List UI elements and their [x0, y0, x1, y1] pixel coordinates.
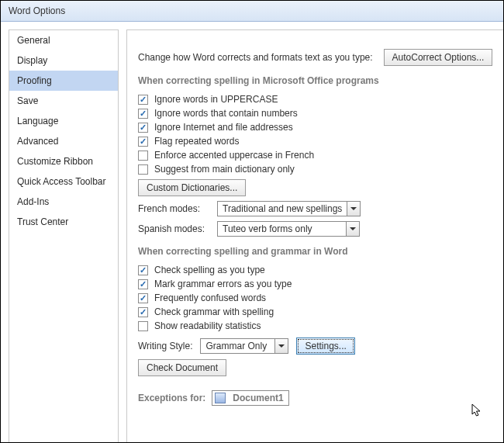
cb-ignore-internet-label: Ignore Internet and file addresses — [154, 122, 293, 133]
spanish-modes-value: Tuteo verb forms only — [218, 223, 346, 234]
exceptions-doc-value: Document1 — [228, 393, 288, 403]
check-document-button[interactable]: Check Document — [138, 359, 226, 376]
dropdown-arrow-icon — [346, 222, 359, 236]
writing-style-row: Writing Style: Grammar Only Settings... — [138, 337, 494, 355]
exceptions-label: Exceptions for: — [138, 393, 205, 403]
french-modes-row: French modes: Traditional and new spelli… — [138, 201, 494, 216]
cb-flag-repeated[interactable] — [138, 137, 148, 147]
cb-main-dict-label: Suggest from main dictionary only — [154, 164, 295, 175]
window-titlebar: Word Options — [1, 1, 503, 22]
french-modes-label: French modes: — [138, 203, 209, 214]
autocorrect-row: Change how Word corrects and formats tex… — [138, 49, 494, 66]
french-modes-select[interactable]: Traditional and new spellings — [217, 201, 361, 216]
custom-dictionaries-button[interactable]: Custom Dictionaries... — [138, 179, 246, 196]
dropdown-arrow-icon — [274, 339, 288, 353]
cb-confused-words[interactable] — [138, 293, 148, 303]
sidebar-item-qat[interactable]: Quick Access Toolbar — [9, 171, 118, 192]
cb-flag-repeated-row: Flag repeated words — [138, 136, 494, 147]
sidebar-item-language[interactable]: Language — [9, 111, 118, 131]
cb-grammar-spelling-row: Check grammar with spelling — [138, 306, 494, 317]
autocorrect-options-button[interactable]: AutoCorrect Options... — [384, 49, 493, 66]
cb-mark-grammar[interactable] — [138, 279, 148, 289]
window-title: Word Options — [9, 5, 65, 16]
cb-mark-grammar-label: Mark grammar errors as you type — [154, 279, 292, 289]
autocorrect-desc: Change how Word corrects and formats tex… — [138, 52, 373, 63]
sidebar-item-customize-ribbon[interactable]: Customize Ribbon — [9, 151, 118, 171]
spanish-modes-select[interactable]: Tuteo verb forms only — [217, 221, 360, 237]
cb-enforce-accented-label: Enforce accented uppercase in French — [154, 150, 314, 161]
cb-ignore-internet[interactable] — [138, 123, 148, 133]
content-box: Change how Word corrects and formats tex… — [126, 29, 503, 443]
section-spelling-office-title: When correcting spelling in Microsoft Of… — [138, 75, 494, 86]
cb-enforce-accented[interactable] — [138, 151, 148, 161]
cb-ignore-numbers-label: Ignore words that contain numbers — [154, 108, 298, 119]
cb-ignore-uppercase[interactable] — [138, 95, 148, 105]
sidebar-list: General Display Proofing Save Language A… — [9, 29, 119, 443]
cb-readability-label: Show readability statistics — [154, 320, 261, 331]
section-spelling-word-title: When correcting spelling and grammar in … — [138, 246, 494, 257]
cb-readability-row: Show readability statistics — [138, 320, 494, 331]
cb-ignore-uppercase-row: Ignore words in UPPERCASE — [138, 94, 494, 105]
cb-grammar-spelling-label: Check grammar with spelling — [154, 306, 274, 317]
writing-style-label: Writing Style: — [138, 341, 192, 351]
exceptions-select[interactable]: Document1 — [212, 390, 288, 406]
writing-style-value: Grammar Only — [201, 341, 274, 351]
dropdown-arrow-icon — [347, 202, 360, 216]
spanish-modes-label: Spanish modes: — [138, 223, 209, 234]
sidebar: General Display Proofing Save Language A… — [1, 22, 119, 441]
sidebar-item-advanced[interactable]: Advanced — [9, 131, 118, 151]
sidebar-item-general[interactable]: General — [9, 30, 118, 50]
sidebar-item-trust-center[interactable]: Trust Center — [9, 212, 118, 232]
cb-confused-words-label: Frequently confused words — [154, 292, 266, 303]
content-pane: Change how Word corrects and formats tex… — [119, 22, 503, 441]
cb-confused-words-row: Frequently confused words — [138, 292, 494, 303]
spanish-modes-row: Spanish modes: Tuteo verb forms only — [138, 221, 494, 237]
cb-check-spelling-label: Check spelling as you type — [154, 265, 265, 275]
cb-flag-repeated-label: Flag repeated words — [154, 136, 239, 147]
sidebar-item-proofing[interactable]: Proofing — [9, 71, 118, 91]
cb-enforce-accented-row: Enforce accented uppercase in French — [138, 150, 494, 161]
cb-ignore-internet-row: Ignore Internet and file addresses — [138, 122, 494, 133]
sidebar-item-save[interactable]: Save — [9, 91, 118, 111]
document-icon — [215, 393, 226, 403]
french-modes-value: Traditional and new spellings — [218, 203, 347, 214]
cb-grammar-spelling[interactable] — [138, 307, 148, 317]
writing-style-select[interactable]: Grammar Only — [200, 338, 288, 354]
cb-main-dict[interactable] — [138, 164, 148, 175]
sidebar-item-addins[interactable]: Add-Ins — [9, 192, 118, 212]
sidebar-item-display[interactable]: Display — [9, 50, 118, 71]
cb-readability[interactable] — [138, 321, 148, 331]
cb-check-spelling[interactable] — [138, 265, 148, 275]
cb-ignore-numbers-row: Ignore words that contain numbers — [138, 108, 494, 119]
dialog-body: General Display Proofing Save Language A… — [1, 22, 503, 441]
settings-button[interactable]: Settings... — [296, 337, 354, 355]
cb-check-spelling-row: Check spelling as you type — [138, 265, 494, 275]
cb-mark-grammar-row: Mark grammar errors as you type — [138, 279, 494, 289]
exceptions-row: Exceptions for: Document1 — [138, 390, 494, 406]
cb-ignore-numbers[interactable] — [138, 109, 148, 119]
cb-ignore-uppercase-label: Ignore words in UPPERCASE — [154, 94, 278, 105]
cb-main-dict-row: Suggest from main dictionary only — [138, 164, 494, 175]
